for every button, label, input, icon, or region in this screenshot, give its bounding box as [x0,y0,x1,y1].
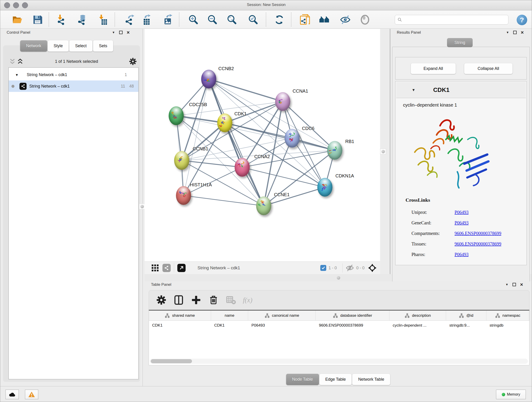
column-header-namespac[interactable]: namespac [486,311,529,320]
zoom-out-button[interactable] [206,14,218,26]
tab-style[interactable]: Style [48,40,69,51]
export-table-button[interactable] [141,14,153,26]
network-edge[interactable] [225,123,335,150]
cloud-status-button[interactable] [6,390,19,399]
export-image-button[interactable] [162,14,174,26]
table-horizontal-scrollbar[interactable] [150,359,528,364]
table-cell[interactable]: 9606.ENSP00000378699 [316,321,389,330]
memory-button[interactable]: Memory [496,390,526,399]
crosslink-link[interactable]: P06493 [455,252,469,257]
search-box[interactable] [395,15,508,25]
crosslink-link[interactable]: P06493 [455,220,469,225]
zoom-in-button[interactable] [187,14,199,26]
tab-sets[interactable]: Sets [93,40,113,51]
network-canvas[interactable]: CCNB2CCNA1CDC25BCDK1CDC6RB1CCNB1CCNA2CDK… [145,29,380,262]
close-panel-icon[interactable]: × [127,31,130,34]
table-cell[interactable]: cyclin-dependent ... [389,321,446,330]
crosslink-link[interactable]: 9606.ENSP00000378699 [455,241,501,247]
float-panel-icon[interactable] [119,31,123,34]
horizontal-splitter-handle[interactable] [336,275,341,281]
delete-column-icon[interactable] [209,295,219,305]
table-row[interactable]: CDK1CDK1P064939606.ENSP00000378699cyclin… [149,321,529,330]
close-panel-icon[interactable]: × [520,283,523,286]
tab-select[interactable]: Select [69,40,93,51]
tab-network-table[interactable]: Network Table [352,374,390,385]
network-tree-child-row[interactable]: String Network – cdk1 11 48 [9,80,138,92]
network-options-gear-icon[interactable] [129,57,137,65]
column-header-shared-name[interactable]: shared name [149,311,211,320]
network-node-cdk1[interactable] [217,114,232,132]
collapse-panel-icon[interactable]: ▼ [505,283,508,286]
network-node-ccne1[interactable] [256,196,271,215]
expand-all-button[interactable]: Expand All [411,63,456,74]
export-network-button[interactable] [124,14,136,26]
add-column-icon[interactable] [191,295,201,305]
network-edge[interactable] [182,160,242,167]
network-edge[interactable] [264,187,325,206]
zoom-selected-button[interactable] [247,14,259,26]
table-cell[interactable]: CDK1 [149,321,211,330]
open-session-button[interactable] [11,14,23,26]
network-node-hist1h1a[interactable] [176,186,191,205]
float-panel-icon[interactable] [513,31,517,34]
network-node-ccna1[interactable] [275,92,290,111]
table-options-gear-icon[interactable] [156,295,166,305]
expand-all-networks-icon[interactable] [8,58,16,65]
share-document-button[interactable] [299,14,311,26]
left-splitter-handle[interactable] [139,204,145,210]
pan-mode-icon[interactable] [368,264,376,272]
tab-node-table[interactable]: Node Table [286,374,319,385]
table-cell[interactable]: stringdb:9... [446,321,486,330]
crosslink-link[interactable]: 9606.ENSP00000378699 [455,231,501,236]
collapse-all-button[interactable]: Collapse All [464,63,513,74]
network-edge[interactable] [184,79,209,196]
column-header-database-identifier[interactable]: database identifier [316,311,389,320]
column-header-description[interactable]: description [389,311,446,320]
network-tree-root-row[interactable]: ▼ String Network – cdk1 1 [9,69,138,80]
network-node-ccna2[interactable] [234,158,250,177]
table-cell[interactable]: stringdb [486,321,529,330]
hide-details-eye-button[interactable] [339,14,351,26]
tree-expander-icon[interactable]: ▼ [15,73,19,77]
collapse-panel-icon[interactable]: ▼ [112,31,115,34]
gene-expander-icon[interactable]: ▼ [412,88,415,92]
collapse-all-networks-icon[interactable] [16,58,24,65]
right-splitter-handle[interactable] [380,148,386,154]
network-edge[interactable] [184,196,264,206]
column-header-canonical-name[interactable]: canonical name [248,311,316,320]
import-network-file-button[interactable] [56,14,68,26]
zoom-fit-button[interactable] [226,14,238,26]
import-table-button[interactable] [96,14,108,26]
network-node-cdc25b[interactable] [169,106,184,125]
hidden-elements-eye-icon[interactable] [346,264,354,272]
column-header-name[interactable]: name [211,311,248,320]
table-cell[interactable]: CDK1 [211,321,248,330]
network-node-cdkn1a[interactable] [317,178,332,197]
network-edge[interactable] [184,167,242,196]
refresh-layout-button[interactable] [273,14,285,26]
network-edge[interactable] [209,79,283,102]
crosslink-link[interactable]: P06493 [455,210,469,215]
network-node-rb1[interactable] [327,141,342,160]
column-header--id[interactable]: @id [446,311,486,320]
network-node-ccnb1[interactable] [174,151,189,170]
open-in-new-window-icon[interactable] [177,264,186,272]
birds-eye-grid-icon[interactable] [151,264,159,272]
show-columns-icon[interactable] [174,295,184,305]
save-session-button[interactable] [32,14,44,26]
search-input[interactable] [404,17,506,22]
tab-edge-table[interactable]: Edge Table [319,374,352,385]
network-node-cdc6[interactable] [285,129,300,148]
selected-elements-checkbox[interactable] [320,265,326,271]
tab-network[interactable]: Network [20,40,47,51]
warnings-button[interactable] [25,390,38,399]
close-panel-icon[interactable]: × [521,31,524,34]
tab-string[interactable]: String [447,38,473,47]
table-cell[interactable]: P06493 [248,321,316,330]
float-panel-icon[interactable] [513,283,516,286]
scrollbar-thumb[interactable] [151,359,192,363]
network-edge[interactable] [182,102,283,160]
help-button[interactable]: ? [517,15,527,25]
home-networks-button[interactable] [318,14,330,26]
gene-section-header[interactable]: ▼ CDK1 [396,82,526,98]
